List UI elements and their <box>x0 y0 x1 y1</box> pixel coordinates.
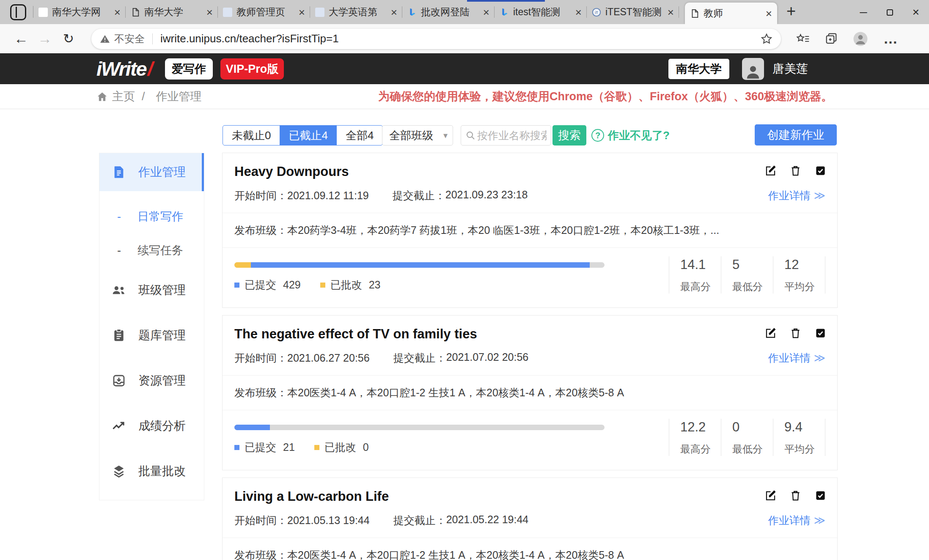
edit-icon[interactable] <box>765 490 776 501</box>
sidebar-item-label: 班级管理 <box>138 282 186 298</box>
breadcrumb-home[interactable]: 主页 <box>112 89 135 104</box>
edit-icon[interactable] <box>765 165 776 176</box>
double-chevron-icon: ≫ <box>814 351 825 365</box>
favorite-star-icon[interactable] <box>761 33 772 45</box>
tab-close-icon[interactable]: × <box>299 7 305 18</box>
profile-avatar-icon[interactable] <box>853 31 868 47</box>
assignment-detail-link[interactable]: 作业详情 ≫ <box>768 189 825 203</box>
tab-close-icon[interactable]: × <box>114 7 121 18</box>
school-badge: 南华大学 <box>668 59 729 79</box>
sidebar-item-label: 批量批改 <box>138 463 186 479</box>
assignment-stats-row: 已提交 21 已批改 0 12.2 最高分 <box>223 410 837 466</box>
assignment-dates: 开始时间： 2021.06.27 20:56 提交截止： 2021.07.02 … <box>223 342 837 375</box>
select-checkbox-icon[interactable] <box>815 327 826 339</box>
tab-close-icon[interactable]: × <box>391 7 397 18</box>
site-header: iWrite / 爱写作 VIP-Pro版 南华大学 唐美莲 <box>0 53 929 84</box>
start-time-value: 2021.09.12 11:19 <box>287 189 369 202</box>
assignment-detail-link[interactable]: 作业详情 ≫ <box>768 513 825 527</box>
browser-tab[interactable]: 批改网登陆 × <box>402 0 495 24</box>
tagline-badge: 爱写作 <box>165 58 213 80</box>
sidebar-item-class-management[interactable]: 班级管理 <box>99 267 204 313</box>
sidebar-item-resource-management[interactable]: 资源管理 <box>99 358 204 403</box>
sidebar-item-continuation-task[interactable]: - 续写任务 <box>99 233 204 267</box>
browser-tab-active[interactable]: 教师 × <box>685 3 777 24</box>
maximize-button[interactable] <box>877 6 903 18</box>
delete-icon[interactable] <box>790 165 801 176</box>
class-filter-dropdown[interactable]: 全部班级 ▾ <box>382 125 453 145</box>
new-tab-button[interactable]: + <box>786 3 796 19</box>
browser-tab[interactable]: 大学英语第 × <box>310 0 402 24</box>
browser-tab[interactable]: itest智能测 × <box>495 0 587 24</box>
assignment-help[interactable]: ? 作业不见了? <box>591 125 670 145</box>
submission-progress-bar <box>234 425 605 430</box>
deadline-value: 2021.05.22 19:44 <box>446 513 529 527</box>
graded-label: 已批改 <box>324 440 356 454</box>
browser-tab[interactable]: 南华大学 × <box>126 0 218 24</box>
sidebar-item-daily-writing[interactable]: - 日常写作 <box>99 200 204 233</box>
max-score-stat: 12.2 最高分 <box>669 419 721 456</box>
iwrite-logo[interactable]: iWrite / <box>96 57 153 80</box>
delete-icon[interactable] <box>790 490 801 501</box>
tab-title: 教师 <box>704 7 762 20</box>
minimize-button[interactable]: ─ <box>850 6 877 18</box>
tab-close-icon[interactable]: × <box>483 7 489 18</box>
search-button[interactable]: 搜索 <box>552 125 586 145</box>
filter-all[interactable]: 全部4 <box>337 126 382 145</box>
deadline-label: 提交截止： <box>393 513 446 527</box>
sidebar-item-question-bank[interactable]: 题库管理 <box>99 313 204 358</box>
tab-close-icon[interactable]: × <box>668 7 674 18</box>
tab-title: 大学英语第 <box>329 5 388 19</box>
assignment-card: Living a Low-carbon Life 开始时间： 2021.05.1… <box>222 478 838 560</box>
assignment-search <box>461 125 551 145</box>
forward-icon[interactable]: → <box>33 30 57 47</box>
security-label[interactable]: 不安全 <box>114 32 145 46</box>
graded-legend-swatch <box>320 283 325 288</box>
tab-groups-icon[interactable] <box>10 4 26 20</box>
tab-title: 南华大学网 <box>52 5 111 19</box>
submitted-count: 21 <box>283 441 295 453</box>
edit-icon[interactable] <box>765 327 776 339</box>
progress-legend: 已提交 429 已批改 23 <box>234 278 605 292</box>
username[interactable]: 唐美莲 <box>772 61 808 77</box>
sidebar-item-batch-grading[interactable]: 批量批改 <box>99 448 204 494</box>
bing-favicon <box>407 8 417 17</box>
user-avatar[interactable] <box>742 58 764 80</box>
submitted-legend-swatch <box>234 445 239 450</box>
browser-tab[interactable]: iT iTEST智能测 × <box>587 0 679 24</box>
home-icon[interactable] <box>96 91 108 102</box>
assignment-detail-link[interactable]: 作业详情 ≫ <box>768 351 825 365</box>
window-close-button[interactable]: × <box>903 5 929 19</box>
url-text[interactable]: iwrite.unipus.cn/teacher?isFirstTip=1 <box>160 32 761 45</box>
chevron-down-icon: ▾ <box>443 126 448 145</box>
delete-icon[interactable] <box>790 327 801 339</box>
tab-title: 南华大学 <box>144 5 203 19</box>
graded-count: 23 <box>369 279 381 291</box>
select-checkbox-icon[interactable] <box>815 165 826 176</box>
search-input[interactable] <box>477 129 547 142</box>
filter-due[interactable]: 已截止4 <box>280 126 336 145</box>
browser-tab[interactable]: 教师管理页 × <box>218 0 310 24</box>
create-assignment-button[interactable]: 创建新作业 <box>755 124 837 145</box>
classes-value: 本20医类1-4 A，本20口腔1-2 生技1 A，本20核类1-4 A，本20… <box>287 387 624 398</box>
select-checkbox-icon[interactable] <box>815 490 826 501</box>
filter-not-due[interactable]: 未截止0 <box>223 126 280 145</box>
tab-close-icon[interactable]: × <box>575 7 582 18</box>
collections-icon[interactable] <box>825 33 838 45</box>
tab-bar: 南华大学网 × 南华大学 × 教师管理页 × 大学英语第 × 批改网登陆 × i… <box>0 0 929 24</box>
refresh-icon[interactable]: ↻ <box>57 31 80 47</box>
graded-progress-segment <box>234 262 251 268</box>
assignment-stats-row: 已提交 429 已批改 23 14.1 最高分 <box>223 248 837 304</box>
layers-icon <box>112 464 126 478</box>
assignment-card: The negative effect of TV on family ties… <box>222 315 838 470</box>
browser-tab[interactable]: 南华大学网 × <box>33 0 126 24</box>
sub-item-dash: - <box>117 210 125 223</box>
settings-more-icon[interactable]: … <box>883 30 898 47</box>
sidebar-item-label: 作业管理 <box>138 164 186 180</box>
back-icon[interactable]: ← <box>9 30 33 47</box>
sidebar-item-score-analysis[interactable]: 成绩分析 <box>99 403 204 448</box>
address-bar[interactable]: 不安全 iwrite.unipus.cn/teacher?isFirstTip=… <box>91 29 781 49</box>
tab-close-icon[interactable]: × <box>206 7 213 18</box>
tab-close-icon[interactable]: × <box>766 8 772 19</box>
sidebar-item-assignment-management[interactable]: 作业管理 <box>99 153 204 191</box>
favorites-bar-icon[interactable] <box>796 33 810 45</box>
